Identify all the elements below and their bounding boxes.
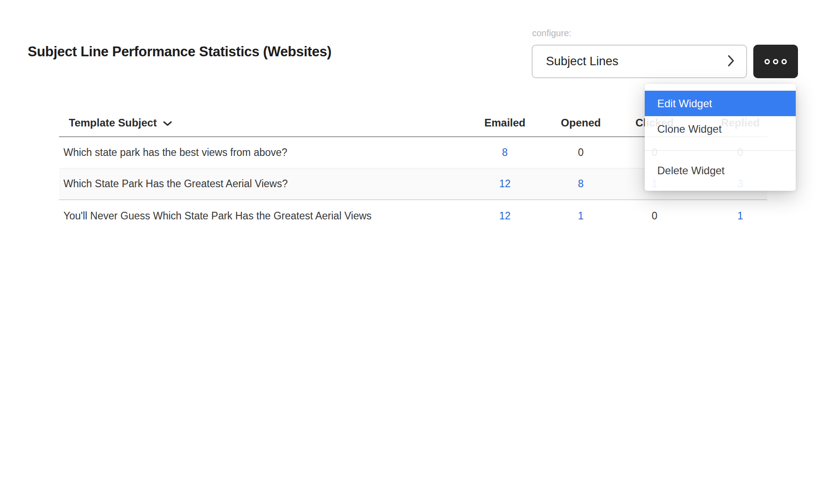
chevron-right-icon	[727, 55, 735, 69]
menu-item-delete-widget[interactable]: Delete Widget	[645, 158, 796, 184]
replied-count-link[interactable]: 1	[738, 210, 743, 222]
menu-item-edit-widget[interactable]: Edit Widget	[645, 91, 796, 116]
widget-options-menu: Edit Widget Clone Widget Delete Widget	[645, 84, 796, 191]
widget-type-select-value: Subject Lines	[546, 55, 618, 68]
table-row: You'll Never Guess Which State Park Has …	[59, 200, 767, 231]
template-subject-cell: You'll Never Guess Which State Park Has …	[59, 210, 480, 222]
menu-item-clone-widget[interactable]: Clone Widget	[645, 116, 796, 142]
column-header-emailed: Emailed	[480, 117, 529, 129]
column-header-template-subject[interactable]: Template Subject	[59, 117, 480, 129]
clicked-count-link: 0	[652, 210, 658, 222]
emailed-count-link[interactable]: 12	[499, 210, 511, 222]
ellipsis-icon	[764, 59, 787, 64]
opened-count-link[interactable]: 8	[578, 178, 584, 190]
column-header-opened: Opened	[556, 117, 605, 129]
emailed-count-link[interactable]: 12	[499, 178, 511, 190]
menu-divider	[645, 150, 796, 151]
emailed-count-link[interactable]: 8	[502, 147, 508, 159]
widget-options-button[interactable]	[753, 45, 798, 78]
opened-count-link[interactable]: 1	[578, 210, 584, 222]
template-subject-cell: Which State Park Has the Greatest Aerial…	[59, 178, 480, 190]
template-subject-cell: Which state park has the best views from…	[59, 147, 480, 159]
configure-label: configure:	[532, 28, 571, 38]
opened-count-link: 0	[578, 147, 584, 159]
sort-chevron-down-icon	[163, 121, 172, 126]
widget-type-select[interactable]: Subject Lines	[532, 45, 747, 78]
page-title: Subject Line Performance Statistics (Web…	[28, 44, 332, 60]
